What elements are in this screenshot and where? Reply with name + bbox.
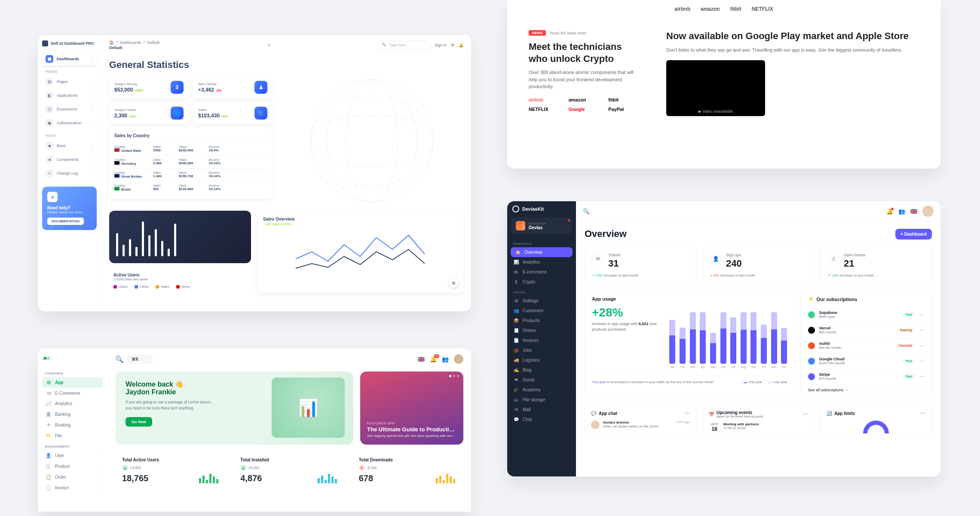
au-title: Active Users [113,273,247,277]
avatar[interactable] [922,206,934,217]
help-card: ★ Need help? Please check our docs DOCUM… [42,187,97,230]
nav-icon: 🧾 [46,485,52,491]
sidebar-item-analytics[interactable]: 📊Analytics [507,257,576,267]
sidebar-item-booking[interactable]: ✈Booking [42,420,103,430]
bell-icon[interactable]: 🔔 [886,208,893,215]
flag-icon[interactable]: 🇬🇧 [910,208,917,215]
sidebar-item-social[interactable]: ❤Social› [507,375,576,385]
carousel-dots[interactable] [449,375,459,377]
sidebar-item-banking[interactable]: 🏦Banking [42,409,103,420]
more-icon[interactable]: ⋯ [920,410,925,416]
sidebar-item-change log[interactable]: ≡Change Log› [42,167,97,180]
sidebar-item-settings[interactable]: ⚙Settings [507,296,576,306]
sidebar-item-authentication[interactable]: ▣Authentication› [42,117,97,129]
minimal-dashboard-panel: OVERVIEW⊞App🛍E-Commerce📈Analytics🏦Bankin… [38,348,471,512]
sidebar-item-order[interactable]: 📋Order› [42,472,103,482]
pages-icon: ▤ [46,78,53,86]
sidebar-item-user[interactable]: 👤User› [42,450,103,461]
news-link[interactable]: Read the latest news [550,31,586,35]
contacts-icon[interactable]: 👥 [442,356,449,362]
sidebar-item-components[interactable]: ◈Components› [42,153,97,166]
sidebar-item-logistics[interactable]: 🚚Logistics› [507,355,576,365]
sidebar-item-pages[interactable]: ▤Pages› [42,75,97,88]
bell-icon[interactable]: 🔔 [430,356,437,362]
more-icon[interactable]: ⋯ [919,374,925,380]
user-name: Jaydon Frankie [126,388,176,396]
chevron-right-icon: › [98,454,100,458]
home-icon[interactable]: 🏠 [109,40,114,45]
sidebar-item-basic[interactable]: ◆Basic› [42,139,97,152]
breadcrumb-path[interactable]: Dashboards [120,40,141,45]
sales-overview-card: Sales Overview ↑ 4% more in 2021 ⚙ [257,211,463,293]
signin-link[interactable]: Sign in [435,43,447,47]
sidebar-item-product[interactable]: 🛒Product› [42,461,103,472]
sidebar-item-applications[interactable]: ◧Applications› [42,89,97,102]
more-icon[interactable]: ⋯ [919,343,925,349]
nav-icon: 📈 [46,401,52,406]
settings-gear-icon[interactable]: ⚙ [449,278,458,288]
nav-icon: 📦 [513,318,519,323]
bar [135,247,138,257]
svg-rect-8 [209,474,211,483]
sidebar-item-mail[interactable]: ✉Mail [507,405,576,415]
sidebar-item-e-commerce[interactable]: 🛍E-Commerce [42,388,103,398]
sidebar-item-file[interactable]: 📁File [42,430,103,441]
nav-icon: 🛍 [513,270,519,274]
more-icon[interactable]: ⋯ [919,327,925,333]
au-subtitle: (+23%) than last week [113,277,247,281]
bell-icon[interactable]: 🔔 [459,43,463,47]
sparkline [318,472,339,483]
sidebar-item-e-commerce[interactable]: 🛍E-commerce [507,267,576,277]
sparkline [436,472,457,483]
search-icon[interactable]: 🔍 [583,208,590,215]
menu-toggle-icon[interactable]: ≡ [268,43,270,47]
workspace-selector[interactable]: WorkspaceDevias [511,218,572,234]
sidebar-item-analytics[interactable]: 📈Analytics [42,398,103,409]
col2-sub: Don't listen to what they say go and see… [666,46,919,54]
sidebar-item-invoices[interactable]: 📄Invoices› [507,335,576,345]
more-icon[interactable]: ⋯ [685,410,690,416]
search-input[interactable]: Type here... [379,41,430,49]
chevron-right-icon: › [98,464,100,468]
subscription-row: Supabase$599 /yearPaid⋯ [808,307,925,322]
sidebar-item-ecommerce[interactable]: ◫Ecommerce› [42,103,97,116]
more-icon[interactable]: ⋯ [802,411,808,417]
bar-column: Oct [761,312,767,369]
go-now-button[interactable]: Go Now [126,417,152,427]
search-shortcut[interactable]: ⌘K [127,355,153,364]
sidebar-item-file storage[interactable]: 🗂File storage [507,395,576,405]
video-placeholder[interactable]: ▶ Video unavailable [666,60,765,116]
search-icon[interactable]: 🔍 [115,355,124,363]
sidebar-item-chat[interactable]: 💬Chat [507,415,576,424]
featured-card[interactable]: FEATURED APP The Ultimate Guide to Produ… [360,372,463,445]
sidebar-item-dashboards[interactable]: ▦Dashboards› [42,52,97,65]
contacts-icon[interactable]: 👥 [898,208,905,215]
avatar[interactable] [454,354,463,364]
sidebar-item-products[interactable]: 📦Products› [507,316,576,326]
flag-icon [114,187,119,190]
sidebar-item-overview[interactable]: 🏠Overview [511,247,573,257]
sidebar-item-academy[interactable]: 🎓Academy› [507,385,576,395]
more-icon[interactable]: ⋯ [919,312,925,318]
chat-icon: 💬 [591,411,596,416]
au-big: +28% [592,306,661,319]
gear-icon[interactable]: ⚙ [451,43,454,47]
bar-column: Mar [689,312,696,369]
flag-icon[interactable]: 🇬🇧 [418,356,425,362]
service-icon [808,373,815,380]
sidebar-item-crypto[interactable]: ₿Crypto [507,277,576,287]
sidebar-item-customers[interactable]: 👥Customers› [507,306,576,316]
sidebar-item-jobs[interactable]: 💼Jobs› [507,345,576,355]
more-icon[interactable]: ⋯ [919,358,925,364]
documentation-button[interactable]: DOCUMENTATION [47,218,84,225]
new-dashboard-button[interactable]: + Dashboard [895,229,932,240]
sidebar-item-orders[interactable]: 🧾Orders› [507,326,576,335]
bar [174,224,176,257]
main: 🔍⌘K 🇬🇧 🔔 👥 Welcome back 👋Jaydon Frankie … [107,348,471,512]
sidebar-item-invoice[interactable]: 🧾Invoice› [42,482,103,493]
app-limits-card: 🔄App limits⋯ [820,405,932,439]
sidebar-item-app[interactable]: ⊞App [42,377,103,388]
see-all-link[interactable]: See all subscriptions → [808,388,925,392]
forecast-link[interactable]: This year [592,380,606,384]
sidebar-item-blog[interactable]: ✍Blog› [507,365,576,375]
